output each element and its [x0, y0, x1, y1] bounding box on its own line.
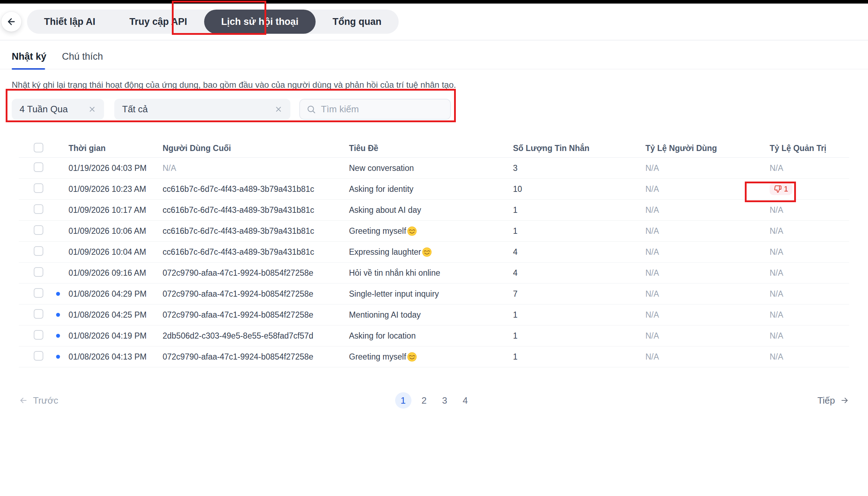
title-cell: Greeting myself — [349, 352, 513, 362]
conversation-title: New conversation — [349, 163, 414, 173]
row-checkbox[interactable] — [34, 309, 43, 319]
conversation-title: Single-letter input inquiry — [349, 289, 439, 299]
smiling-face-emoji-icon — [407, 226, 417, 236]
row-checkbox[interactable] — [34, 246, 43, 256]
column-header-4: Số Lượng Tin Nhắn — [513, 144, 645, 153]
search-input[interactable] — [321, 104, 444, 115]
title-cell: New conversation — [349, 163, 513, 173]
subtab-1[interactable]: Nhật ký — [12, 51, 47, 62]
row-checkbox[interactable] — [34, 351, 43, 361]
table-body: 01/19/2026 04:03 PMN/ANew conversation3N… — [19, 158, 849, 367]
table-row[interactable]: 01/19/2026 04:03 PMN/ANew conversation3N… — [19, 158, 849, 179]
conversation-title: Asking about AI day — [349, 205, 421, 215]
pagination-pages: 1234 — [395, 392, 473, 409]
time-cell: 01/19/2026 04:03 PM — [69, 163, 163, 173]
annotation-filter-select[interactable]: Tất cả — [114, 99, 290, 120]
end-user-cell: cc616b7c-6d7c-4f43-a489-3b79a431b81c — [163, 247, 349, 257]
conversation-title: Hỏi về tin nhắn khi online — [349, 268, 440, 278]
pagination-next-button[interactable]: Tiếp — [817, 395, 849, 406]
unread-dot — [56, 334, 60, 338]
user-rate-cell: N/A — [645, 205, 770, 215]
back-button[interactable] — [1, 12, 21, 32]
table-row[interactable]: 01/09/2026 10:23 AMcc616b7c-6d7c-4f43-a4… — [19, 179, 849, 200]
time-filter-value: 4 Tuần Qua — [20, 104, 68, 115]
row-checkbox[interactable] — [34, 183, 43, 193]
end-user-cell: 072c9790-afaa-47c1-9924-b0854f27258e — [163, 289, 349, 299]
column-header-6: Tỷ Lệ Quản Trị — [770, 144, 849, 153]
admin-rate-cell: 1 — [770, 183, 849, 195]
conversation-title: Asking for identity — [349, 184, 414, 194]
pagination-prev-label: Trước — [33, 395, 58, 406]
time-cell: 01/08/2026 04:25 PM — [69, 310, 163, 320]
admin-rate-cell: N/A — [770, 247, 849, 257]
app-tab-bar: Thiết lập AITruy cập APILịch sử hội thoạ… — [27, 10, 399, 34]
subtab-divider — [12, 68, 856, 69]
row-checkbox[interactable] — [34, 330, 43, 340]
row-checkbox-cell — [19, 225, 69, 237]
table-row[interactable]: 01/09/2026 10:06 AMcc616b7c-6d7c-4f43-a4… — [19, 221, 849, 242]
end-user-cell: 072c9790-afaa-47c1-9924-b0854f27258e — [163, 352, 349, 362]
title-cell: Hỏi về tin nhắn khi online — [349, 268, 513, 278]
app-tab-4[interactable]: Tổng quan — [316, 10, 399, 34]
message-count-cell: 1 — [513, 205, 645, 215]
conversation-title: Mentioning AI today — [349, 310, 421, 320]
time-cell: 01/08/2026 04:19 PM — [69, 331, 163, 341]
unread-dot — [56, 292, 60, 296]
row-checkbox-cell — [19, 204, 69, 216]
time-cell: 01/08/2026 04:29 PM — [69, 289, 163, 299]
row-checkbox[interactable] — [34, 267, 43, 277]
table-row[interactable]: 01/08/2026 04:13 PM072c9790-afaa-47c1-99… — [19, 346, 849, 367]
page-number-2[interactable]: 2 — [416, 392, 432, 409]
x-icon[interactable] — [88, 105, 96, 113]
annotation-filter-value: Tất cả — [122, 104, 148, 115]
active-tab-underline — [12, 68, 45, 70]
smiling-face-emoji-icon — [422, 247, 432, 257]
page-number-4[interactable]: 4 — [458, 392, 473, 409]
table-row[interactable]: 01/08/2026 04:29 PM072c9790-afaa-47c1-99… — [19, 284, 849, 304]
table-row[interactable]: 01/09/2026 10:04 AMcc616b7c-6d7c-4f43-a4… — [19, 242, 849, 263]
user-rate-cell: N/A — [645, 163, 770, 173]
admin-rate-cell: N/A — [770, 163, 849, 173]
admin-rate-cell: N/A — [770, 352, 849, 362]
page-number-1[interactable]: 1 — [395, 392, 411, 409]
table-row[interactable]: 01/08/2026 04:25 PM072c9790-afaa-47c1-99… — [19, 304, 849, 325]
select-all-checkbox[interactable] — [34, 143, 43, 152]
message-count-cell: 4 — [513, 247, 645, 257]
pagination-next-label: Tiếp — [817, 395, 835, 406]
app-tab-3[interactable]: Lịch sử hội thoại — [204, 10, 316, 34]
table-row[interactable]: 01/09/2026 10:17 AMcc616b7c-6d7c-4f43-a4… — [19, 200, 849, 221]
page-number-3[interactable]: 3 — [437, 392, 453, 409]
x-icon[interactable] — [274, 105, 283, 113]
app-tab-2[interactable]: Truy cập API — [113, 10, 204, 34]
end-user-cell: 072c9790-afaa-47c1-9924-b0854f27258e — [163, 268, 349, 278]
table-row[interactable]: 01/08/2026 04:19 PM2db506d2-c303-49e5-8e… — [19, 325, 849, 346]
title-cell: Asking for location — [349, 331, 513, 341]
select-all-cell — [19, 143, 69, 154]
table-row[interactable]: 01/09/2026 09:16 AM072c9790-afaa-47c1-99… — [19, 263, 849, 284]
unread-dot — [56, 355, 60, 359]
time-filter-select[interactable]: 4 Tuần Qua — [12, 99, 104, 120]
row-checkbox-cell — [19, 162, 69, 174]
row-checkbox[interactable] — [34, 204, 43, 214]
row-checkbox-cell — [19, 309, 69, 321]
app-tab-1[interactable]: Thiết lập AI — [27, 10, 113, 34]
filter-bar: 4 Tuần Qua Tất cả — [12, 99, 856, 120]
title-cell: Expressing laughter — [349, 247, 513, 257]
admin-feedback-badge[interactable]: 1 — [770, 183, 792, 195]
arrow-left-icon — [19, 396, 28, 405]
unread-dot — [56, 313, 60, 317]
conversation-title: Greeting myself — [349, 226, 406, 236]
title-cell: Asking about AI day — [349, 205, 513, 215]
end-user-cell: cc616b7c-6d7c-4f43-a489-3b79a431b81c — [163, 226, 349, 236]
row-checkbox[interactable] — [34, 162, 43, 172]
row-checkbox[interactable] — [34, 225, 43, 235]
search-box — [299, 99, 451, 120]
user-rate-cell: N/A — [645, 289, 770, 299]
time-cell: 01/09/2026 10:17 AM — [69, 205, 163, 215]
row-checkbox[interactable] — [34, 288, 43, 298]
message-count-cell: 1 — [513, 310, 645, 320]
column-header-1: Thời gian — [69, 144, 163, 153]
subtab-2[interactable]: Chú thích — [62, 51, 103, 62]
pagination-prev-button[interactable]: Trước — [19, 395, 58, 406]
admin-rate-cell: N/A — [770, 310, 849, 320]
